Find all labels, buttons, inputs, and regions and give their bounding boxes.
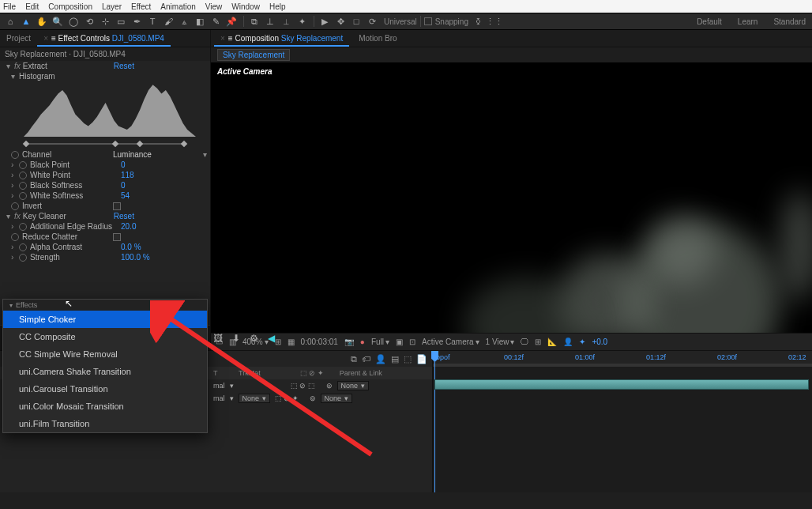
exposure-value[interactable]: +0.0 — [592, 337, 607, 346]
menu-view[interactable]: View — [205, 2, 223, 11]
pen-tool-icon[interactable]: ✒ — [130, 14, 144, 28]
clone-tool-icon[interactable]: ⟁ — [177, 14, 191, 28]
hand-tool-icon[interactable]: ✋ — [35, 14, 49, 28]
histogram-slider[interactable] — [24, 141, 186, 146]
timeline-ruler[interactable]: bpof 00:12f 01:00f 01:12f 02:00f 02:12 — [433, 351, 812, 367]
search-result-5[interactable]: uni.Color Mosaic Transition — [3, 398, 207, 415]
prop-strength[interactable]: ›Strength100.0 % — [0, 252, 210, 262]
timeline-track-area[interactable]: bpof 00:12f 01:00f 01:12f 02:00f 02:12 — [433, 351, 812, 492]
selection-tool-icon[interactable]: ▲ — [19, 14, 33, 28]
menu-edit[interactable]: Edit — [25, 2, 39, 11]
tl-icon-b[interactable]: 🏷 — [362, 354, 370, 364]
circle-icon[interactable]: ⟳ — [365, 14, 379, 28]
extract-reset[interactable]: Reset — [114, 62, 134, 70]
share-icon[interactable]: ◀ — [268, 333, 275, 344]
prop-reduce-chatter[interactable]: Reduce Chatter — [0, 232, 210, 242]
puppet-tool-icon[interactable]: 📌 — [224, 14, 239, 28]
tab-project[interactable]: Project — [0, 32, 37, 47]
search-result-3[interactable]: uni.Camera Shake Transition — [3, 363, 207, 380]
prop-black-point[interactable]: ›Black Point0 — [0, 160, 210, 170]
views-dropdown[interactable]: 1 View ▾ — [486, 337, 515, 346]
tl-icon-c[interactable]: 👤 — [375, 354, 386, 364]
effect-extract[interactable]: ▾fx Extract Reset — [0, 61, 210, 71]
footer-icon7[interactable]: 🖵 — [521, 337, 528, 346]
workspace-standard[interactable]: Standard — [773, 17, 806, 26]
tl-icon-f[interactable]: 📄 — [416, 354, 427, 364]
tab-motion-bro[interactable]: Motion Bro — [352, 32, 403, 47]
extract-histogram-row[interactable]: ▾ Histogram — [0, 71, 210, 81]
search-result-2[interactable]: CC Simple Wire Removal — [3, 345, 207, 363]
prop-invert[interactable]: Invert — [0, 201, 210, 211]
tl-icon-d[interactable]: ▤ — [391, 354, 399, 364]
prop-edge-radius[interactable]: ›Additional Edge Radius20.0 — [0, 221, 210, 232]
tl-icon-e[interactable]: ⬚ — [404, 354, 412, 364]
prop-channel[interactable]: ChannelLuminance▾ — [0, 149, 210, 160]
menu-file[interactable]: File — [3, 2, 16, 11]
anchor-tool-icon[interactable]: ⊹ — [98, 14, 112, 28]
move-icon[interactable]: ✥ — [333, 14, 348, 28]
footer-icon4[interactable]: ▦ — [288, 337, 295, 346]
parent-dd-2[interactable]: None▾ — [321, 394, 352, 403]
effect-file-link[interactable]: DJI_0580.MP4 — [112, 34, 164, 43]
menu-animation[interactable]: Animation — [160, 2, 195, 11]
snapping-checkbox[interactable] — [424, 17, 432, 25]
rotate-tool-icon[interactable]: ⟲ — [82, 14, 96, 28]
gallery-icon[interactable]: 🖼 — [213, 333, 223, 344]
home-icon[interactable]: ⌂ — [3, 14, 17, 28]
footer-icon10[interactable]: 👤 — [563, 337, 573, 346]
brush-tool-icon[interactable]: 🖌 — [161, 14, 175, 28]
effect-key-cleaner[interactable]: ▾fx Key Cleaner Reset — [0, 211, 210, 221]
eraser-tool-icon[interactable]: ◧ — [193, 14, 207, 28]
axis-x-icon[interactable]: ⊥ — [263, 14, 277, 28]
axis-y-icon[interactable]: ⟂ — [279, 14, 293, 28]
square-icon[interactable]: □ — [349, 14, 363, 28]
shape-tool-icon[interactable]: ▭ — [114, 14, 128, 28]
magnet-icon[interactable]: ⧲ — [472, 14, 486, 28]
prop-alpha-contrast[interactable]: ›Alpha Contrast0.0 % — [0, 242, 210, 252]
exposure-reset-icon[interactable]: ✦ — [579, 337, 585, 346]
workspace-learn[interactable]: Learn — [738, 17, 758, 26]
prop-white-softness[interactable]: ›White Softness54 — [0, 190, 210, 201]
search-result-0[interactable]: Simple Choker — [3, 311, 207, 328]
menu-help[interactable]: Help — [269, 2, 286, 11]
viewer-canvas[interactable]: Active Camera — [211, 62, 812, 333]
universal-label[interactable]: Universal — [384, 17, 417, 26]
download-icon[interactable]: ⬇ — [232, 333, 240, 344]
search-result-4[interactable]: uni.Carousel Transition — [3, 380, 207, 398]
orbit-tool-icon[interactable]: ◯ — [66, 14, 81, 28]
camera-icon[interactable]: 📷 — [344, 337, 354, 346]
workspace-default[interactable]: Default — [697, 17, 722, 26]
playhead[interactable] — [434, 351, 435, 492]
menu-window[interactable]: Window — [231, 2, 260, 11]
menu-composition[interactable]: Composition — [48, 2, 92, 11]
prop-white-point[interactable]: ›White Point118 — [0, 170, 210, 180]
footer-icon8[interactable]: ⊞ — [535, 337, 541, 346]
tab-effect-controls[interactable]: ×≡ Effect Controls DJI_0580.MP4 — [37, 32, 171, 47]
footer-icon9[interactable]: 📐 — [547, 337, 557, 346]
resolution-dropdown[interactable]: Full ▾ — [371, 337, 389, 346]
footer-icon5[interactable]: ▣ — [396, 337, 403, 346]
text-tool-icon[interactable]: T — [145, 14, 160, 28]
keycleaner-reset[interactable]: Reset — [114, 212, 134, 221]
cursor2-icon[interactable]: ▶ — [318, 14, 332, 28]
snap-opts-icon[interactable]: ⋮⋮ — [487, 14, 502, 28]
footer-icon6[interactable]: ⊡ — [409, 337, 415, 346]
viewer-subtab[interactable]: Sky Replacement — [217, 49, 290, 61]
tab-composition[interactable]: ×≡ Composition Sky Replacement — [214, 32, 349, 47]
search-result-6[interactable]: uni.Film Transition — [3, 415, 207, 432]
camera-dropdown[interactable]: Active Camera ▾ — [422, 337, 479, 346]
trkmat-dd-2[interactable]: None▾ — [239, 394, 270, 403]
zoom-tool-icon[interactable]: 🔍 — [51, 14, 65, 28]
prop-black-softness[interactable]: ›Black Softness0 — [0, 180, 210, 190]
search-result-1[interactable]: CC Composite — [3, 328, 207, 345]
tl-icon-a[interactable]: ⧉ — [351, 354, 357, 364]
menu-effect[interactable]: Effect — [131, 2, 151, 11]
search-category[interactable]: Effects — [3, 300, 207, 311]
axis-z-icon[interactable]: ✦ — [295, 14, 309, 28]
3d-tool-icon[interactable]: ⧉ — [247, 14, 261, 28]
footer-icon3[interactable]: ⊞ — [275, 337, 281, 346]
timeline-clip[interactable] — [434, 379, 809, 390]
timecode[interactable]: 0:00:03:01 — [301, 337, 338, 346]
menu-layer[interactable]: Layer — [102, 2, 122, 11]
footer-dot-icon[interactable]: ● — [360, 337, 365, 346]
